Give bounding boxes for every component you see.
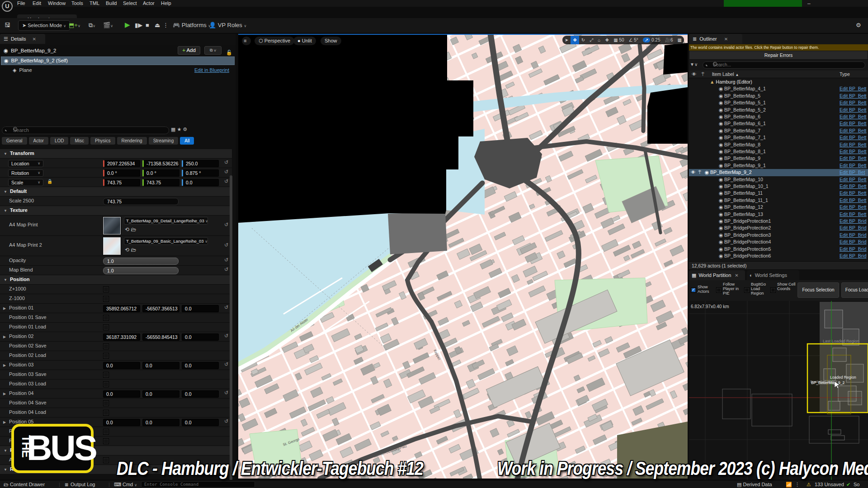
edit-type-link[interactable]: Edit BP_Brid: [840, 246, 867, 253]
edit-type-link[interactable]: Edit BP_Bett: [840, 183, 867, 190]
close-icon[interactable]: ✕: [33, 37, 36, 42]
y-value[interactable]: 0.0: [142, 362, 179, 369]
outliner-row[interactable]: ◉ BP_BetterMap_10_1Edit BP_Bett: [689, 183, 868, 190]
outliner-row[interactable]: ◉ BP_BetterMap_10Edit BP_Bett: [689, 176, 868, 183]
outliner-row[interactable]: ◉ BP_BetterMap_11_1Edit BP_Bett: [689, 197, 868, 204]
checkbox[interactable]: [103, 429, 109, 435]
follow-player-checkbox[interactable]: [716, 287, 722, 293]
tab-world-settings[interactable]: ◐World Settings: [747, 270, 799, 280]
edit-type-link[interactable]: Edit BP_Brid: [840, 239, 867, 245]
component-row-plane[interactable]: ◈Plane Edit in Blueprint: [1, 66, 235, 74]
filter-chip-streaming[interactable]: Streaming: [149, 137, 179, 145]
asset-dropdown[interactable]: T_BetterMap_09_Basic_LangeReihe_03 ∨: [124, 237, 208, 245]
outliner-row[interactable]: ◉ BP_BridgeProtection3Edit BP_Brid: [689, 232, 868, 239]
edit-type-link[interactable]: Edit BP_Bett: [840, 190, 867, 197]
unsaved-count[interactable]: 133 Unsaved: [815, 480, 844, 488]
stop-button[interactable]: ■: [146, 22, 149, 28]
outliner-row[interactable]: ◉ BP_BridgeProtection4Edit BP_Brid: [689, 239, 868, 245]
asset-dropdown[interactable]: T_BetterMap_09_Detail_LangeReihe_03 ∨: [124, 217, 208, 225]
checkbox[interactable]: [103, 324, 109, 330]
edit-type-link[interactable]: Edit BP_Bett: [840, 148, 867, 155]
eject-button[interactable]: ⏏: [155, 22, 160, 28]
edit-type-link[interactable]: Edit BP_Bett: [840, 93, 867, 99]
blueprints-icon[interactable]: ⧉∨: [89, 22, 95, 29]
outliner-search-input[interactable]: Search...: [703, 61, 865, 69]
checkbox[interactable]: [103, 410, 109, 416]
filter-icon[interactable]: ▼∨: [690, 62, 698, 67]
section-texture[interactable]: ▼Texture: [0, 206, 232, 216]
reset-icon[interactable]: ↺: [224, 333, 228, 339]
y-value[interactable]: -56550.845413: [142, 333, 179, 341]
add-button[interactable]: + Add: [178, 46, 200, 55]
outliner-row[interactable]: ◉ BP_BetterMap_7Edit BP_Bett: [689, 127, 868, 134]
axis-dropdown[interactable]: Rotation ∨: [8, 169, 43, 177]
value-field[interactable]: 743.75: [103, 198, 179, 205]
texture-thumbnail[interactable]: [103, 237, 121, 255]
outliner-row[interactable]: ◉ BP_BridgeProtection1Edit BP_Brid: [689, 218, 868, 225]
move-tool[interactable]: ✥: [571, 36, 579, 44]
edit-type-link[interactable]: Edit BP_Bett: [840, 155, 867, 162]
outliner-row[interactable]: ◉ BP_BetterMap_8Edit BP_Bett: [689, 141, 868, 148]
perspective-dropdown[interactable]: ⬡ Perspective: [255, 37, 294, 45]
cell-coords-checkbox[interactable]: [770, 287, 776, 293]
x-value[interactable]: 0.0 °: [103, 169, 140, 177]
surface-snap-tool[interactable]: ❖: [603, 36, 611, 44]
derived-data-button[interactable]: ▤ Derived Data: [737, 480, 772, 488]
reset-icon[interactable]: ↺: [224, 267, 228, 272]
focus-selection-button[interactable]: Focus Selection: [797, 282, 839, 298]
edit-type-link[interactable]: Edit BP_Bett: [840, 204, 867, 211]
play-options-icon[interactable]: ⋮: [163, 22, 169, 28]
outliner-row[interactable]: ◉ BP_BridgeProtection2Edit BP_Brid: [689, 225, 868, 231]
filter-chip-actor[interactable]: Actor: [29, 137, 48, 145]
focus-load-button[interactable]: Focus Load: [841, 282, 868, 298]
output-log-button[interactable]: 🗉 Output Log: [64, 480, 95, 488]
axis-dropdown[interactable]: Scale ∨: [8, 179, 43, 186]
y-value[interactable]: 743.75: [142, 179, 179, 186]
reset-icon[interactable]: ↺: [224, 361, 228, 367]
section-transform[interactable]: ▼Transform: [0, 149, 232, 159]
console-command-input[interactable]: Enter Console Command: [141, 481, 255, 488]
filter-chip-physics[interactable]: Physics: [90, 137, 115, 145]
frame-skip-button[interactable]: ▮▶: [135, 22, 142, 28]
outliner-row[interactable]: ◉ BP_BetterMap_5_2Edit BP_Bett: [689, 107, 868, 113]
section-position[interactable]: ▼Position: [0, 275, 232, 285]
play-button[interactable]: ▶: [125, 21, 130, 29]
edit-type-link[interactable]: Edit BP_Bett: [840, 141, 867, 148]
rotate-tool[interactable]: ↻: [579, 36, 587, 44]
eye-icon[interactable]: 👁: [691, 169, 696, 175]
outliner-row[interactable]: ◉ BP_BridgeProtection6Edit BP_Brid: [689, 253, 868, 259]
checkbox[interactable]: [103, 353, 109, 359]
menu-tml[interactable]: TML: [90, 0, 99, 6]
z-value[interactable]: 0.0: [182, 362, 219, 369]
z-value[interactable]: 0.0: [182, 179, 219, 186]
component-row-self[interactable]: ◉BP_BetterMap_9_2 (Self): [1, 56, 235, 65]
cinematics-icon[interactable]: 🎬∨: [103, 22, 113, 28]
checkbox[interactable]: [103, 343, 109, 349]
outliner-row[interactable]: ◉ BP_BetterMap_7_1Edit BP_Bett: [689, 134, 868, 141]
z-value[interactable]: 0.0: [182, 419, 219, 426]
z-value[interactable]: 0.0: [182, 305, 219, 312]
viewport-menu-icon[interactable]: ≡: [242, 37, 251, 45]
unlit-dropdown[interactable]: ● Unlit: [293, 37, 316, 45]
camera-count[interactable]: 🎥6: [663, 36, 675, 44]
viewport[interactable]: An der AlsterKoppelSt. GeorgsCarl-von-Os…: [238, 34, 688, 479]
x-value[interactable]: 35892.065712: [103, 305, 140, 312]
edit-type-link[interactable]: Edit BP_Bett: [840, 162, 867, 169]
camera-speed[interactable]: ↗ 0.25: [641, 36, 663, 44]
asset-use-icon[interactable]: ⟲ 🗁: [125, 247, 136, 253]
selection-mode-dropdown[interactable]: ➤ Selection Mode ∨: [18, 20, 70, 31]
checkbox[interactable]: [103, 381, 109, 387]
settings-gear-icon[interactable]: ⚙: [856, 22, 861, 28]
filter-chip-misc[interactable]: Misc: [70, 137, 89, 145]
outliner-row[interactable]: ◉ BP_BetterMap_5_1Edit BP_Bett: [689, 99, 868, 106]
reset-icon[interactable]: ↺: [224, 418, 228, 424]
select-tool[interactable]: ➤: [562, 36, 571, 44]
edit-type-link[interactable]: Edit BP_Bett: [840, 113, 867, 120]
outliner-row[interactable]: ◉ BP_BetterMap_13Edit BP_Bett: [689, 211, 868, 218]
tab-outliner[interactable]: ≣Outliner✕: [689, 34, 742, 44]
y-value[interactable]: -56507.356513: [142, 305, 179, 312]
menu-tools[interactable]: Tools: [71, 0, 83, 6]
edit-type-link[interactable]: Edit BP_Bett: [840, 85, 867, 92]
show-actors-checkbox[interactable]: [691, 287, 696, 293]
edit-type-link[interactable]: Edit BP_Brid: [840, 225, 867, 231]
